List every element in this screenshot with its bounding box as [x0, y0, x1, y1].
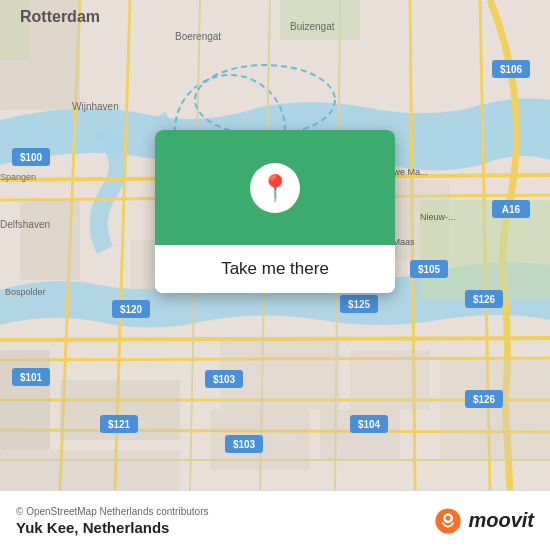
map-container: $100 $101 $120 $103 $103 $125 $105 $106 …: [0, 0, 550, 490]
svg-text:$120: $120: [120, 304, 143, 315]
svg-text:$103: $103: [213, 374, 236, 385]
bottom-left: © OpenStreetMap Netherlands contributors…: [16, 506, 208, 536]
svg-text:Buizengat: Buizengat: [290, 21, 335, 32]
location-icon-circle: 📍: [250, 163, 300, 213]
svg-rect-24: [440, 360, 550, 460]
svg-text:Boerengat: Boerengat: [175, 31, 221, 42]
svg-rect-27: [0, 450, 180, 490]
svg-rect-21: [350, 350, 430, 410]
bottom-bar: © OpenStreetMap Netherlands contributors…: [0, 490, 550, 550]
svg-text:$100: $100: [20, 152, 43, 163]
moovit-logo: moovit: [434, 507, 534, 535]
svg-text:Delfshaven: Delfshaven: [0, 219, 50, 230]
svg-text:Spangen: Spangen: [0, 172, 36, 182]
svg-text:Wijnhaven: Wijnhaven: [72, 101, 119, 112]
svg-text:$101: $101: [20, 372, 43, 383]
svg-text:$103: $103: [233, 439, 256, 450]
svg-rect-29: [280, 0, 360, 40]
svg-text:$125: $125: [348, 299, 371, 310]
location-pin-icon: 📍: [259, 175, 291, 201]
svg-rect-18: [0, 350, 50, 450]
take-me-there-button[interactable]: Take me there: [155, 245, 395, 293]
popup-green-area: 📍: [155, 130, 395, 245]
svg-point-71: [446, 515, 451, 520]
svg-text:$126: $126: [473, 394, 496, 405]
svg-text:Nieuw-...: Nieuw-...: [420, 212, 456, 222]
svg-text:$104: $104: [358, 419, 381, 430]
svg-line-4: [0, 338, 550, 340]
svg-text:$105: $105: [418, 264, 441, 275]
svg-rect-17: [20, 200, 80, 280]
svg-text:$126: $126: [473, 294, 496, 305]
moovit-text: moovit: [468, 509, 534, 532]
svg-text:$106: $106: [500, 64, 523, 75]
svg-text:A16: A16: [502, 204, 521, 215]
moovit-icon: [434, 507, 462, 535]
location-name: Yuk Kee, Netherlands: [16, 519, 208, 536]
svg-text:Rotterdam: Rotterdam: [20, 8, 100, 25]
popup-card: 📍 Take me there: [155, 130, 395, 293]
attribution-text: © OpenStreetMap Netherlands contributors: [16, 506, 208, 517]
svg-text:Bospolder: Bospolder: [5, 287, 46, 297]
svg-text:$121: $121: [108, 419, 131, 430]
